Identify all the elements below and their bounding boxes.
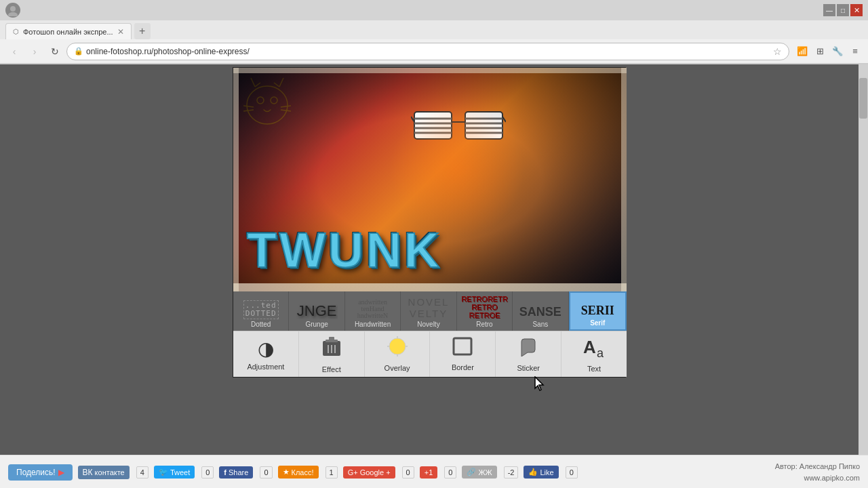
nav-bar: ‹ › ↻ 🔒 online-fotoshop.ru/photoshop-onl… <box>0 39 868 64</box>
dotted-label: Dotted <box>251 321 271 328</box>
adjustment-icon: ◑ <box>258 338 274 360</box>
lock-icon: 🔒 <box>74 47 83 56</box>
paper-border-bottom <box>233 283 627 291</box>
active-tab[interactable]: ⬡ Фотошоп онлайн экспре... ✕ <box>5 23 132 39</box>
right-panel <box>743 64 859 488</box>
google-button[interactable]: G+ Google + <box>343 466 395 479</box>
close-button[interactable]: ✕ <box>850 4 863 16</box>
tab-icon: ⬡ <box>13 28 19 35</box>
font-cat-sans[interactable]: SANSE Sans <box>513 291 568 331</box>
text-tool[interactable]: A a Text <box>561 331 627 377</box>
refresh-button[interactable]: ↻ <box>46 43 64 60</box>
svg-point-1 <box>8 12 18 16</box>
font-categories-bar: ...tedDOTTED Dotted JNGE Grunge andwritt… <box>233 291 627 331</box>
tab-bar: ⬡ Фотошоп онлайн экспре... ✕ + <box>0 20 868 39</box>
link-button[interactable]: 🔗 ЖЖ <box>462 466 496 479</box>
border-label: Border <box>452 363 474 371</box>
share-main-button[interactable]: Поделись! ▶ <box>8 464 73 481</box>
grunge-preview: JNGE <box>296 303 338 319</box>
overlay-label: Overlay <box>384 364 410 372</box>
facebook-count: 0 <box>260 466 272 479</box>
serif-preview: SERII <box>580 304 616 318</box>
paper-border-left <box>233 68 239 291</box>
ok-count: 1 <box>326 466 338 479</box>
gplus-button[interactable]: +1 <box>420 466 438 479</box>
like-label: Like <box>540 468 553 476</box>
address-bar[interactable]: 🔒 online-fotoshop.ru/photoshop-online-ex… <box>66 43 789 60</box>
tool-bar: ◑ Adjustment <box>233 331 627 377</box>
ok-button[interactable]: ★ Класс! <box>278 466 319 479</box>
minimize-button[interactable]: — <box>823 4 835 16</box>
gplus-label: +1 <box>425 468 433 476</box>
paper-border-top <box>233 68 627 73</box>
maximize-button[interactable]: □ <box>837 4 849 16</box>
sticker-label: Sticker <box>517 364 540 372</box>
adjustment-tool[interactable]: ◑ Adjustment <box>233 331 299 377</box>
title-bar: — □ ✕ <box>0 0 868 20</box>
font-cat-dotted[interactable]: ...tedDOTTED Dotted <box>233 291 289 331</box>
text-label: Text <box>587 365 601 373</box>
effect-tool[interactable]: Effect <box>299 331 365 377</box>
forward-button[interactable]: › <box>26 43 43 60</box>
twitter-label: Tweet <box>170 468 190 476</box>
svg-text:a: a <box>597 346 604 357</box>
menu-icon[interactable]: ≡ <box>848 44 863 59</box>
extension-icon[interactable]: 🔧 <box>830 44 845 59</box>
url-text: online-fotoshop.ru/photoshop-online-expr… <box>86 47 770 56</box>
overlay-tool[interactable]: Overlay <box>365 331 431 377</box>
text-icon: A a <box>582 336 606 362</box>
svg-point-0 <box>10 6 16 12</box>
svg-point-32 <box>389 338 406 354</box>
sticker-tool[interactable]: Sticker <box>496 331 561 377</box>
like-button[interactable]: 👍 Like <box>524 466 558 479</box>
font-cat-serif[interactable]: SERII Serif <box>569 291 627 331</box>
retro-preview: RETRORETRRETRORETROE <box>460 295 509 319</box>
font-cat-grunge[interactable]: JNGE Grunge <box>289 291 344 331</box>
vk-button[interactable]: ВК контакте <box>78 466 130 479</box>
google-count: 0 <box>402 466 414 479</box>
author-info: Автор: Александр Пипко www.apipko.com <box>775 461 860 483</box>
border-tool[interactable]: Border <box>430 331 496 377</box>
facebook-button[interactable]: f Share <box>219 466 253 479</box>
page-wrapper: TWUNK ...tedDOTTED Dotted JNGE Grun <box>0 64 868 488</box>
stats-icon: 📶 <box>795 44 810 59</box>
effect-label: Effect <box>322 365 341 373</box>
link-icon: 🔗 <box>467 468 476 476</box>
vk-count: 4 <box>136 466 149 479</box>
gplus-count: 0 <box>444 466 456 479</box>
facebook-label: Share <box>229 468 248 476</box>
sans-label: Sans <box>532 321 548 328</box>
serif-label: Serif <box>590 319 605 327</box>
handwritten-label: Handwritten <box>355 321 391 328</box>
font-cat-handwritten[interactable]: andwrittentenHandhndwritteN Handwritten <box>345 291 401 331</box>
new-tab-button[interactable]: + <box>134 23 151 39</box>
author-line2: www.apipko.com <box>775 472 860 484</box>
twitter-button[interactable]: 🐦 Tweet <box>154 466 195 479</box>
back-button[interactable]: ‹ <box>5 43 23 60</box>
back-icon: ‹ <box>13 46 16 57</box>
forward-icon: › <box>33 46 37 57</box>
content-area: TWUNK ...tedDOTTED Dotted JNGE Grun <box>0 64 868 488</box>
canvas-text-twunk: TWUNK <box>247 222 442 278</box>
tab-close-button[interactable]: ✕ <box>117 27 124 37</box>
scrollbar-thumb[interactable] <box>859 78 867 119</box>
browser-chrome: — □ ✕ ⬡ Фотошоп онлайн экспре... ✕ + ‹ ›… <box>0 0 868 64</box>
scrollbar-track[interactable] <box>859 64 868 488</box>
border-icon <box>452 337 473 361</box>
google-icon: G+ <box>348 468 358 476</box>
sticker-icon <box>518 336 538 361</box>
apps-icon[interactable]: ⊞ <box>812 44 827 59</box>
vk-icon: ВК <box>83 468 93 477</box>
font-cat-retro[interactable]: RETRORETRRETRORETROE Retro <box>457 291 513 331</box>
novelty-preview: NOVELVELTY <box>407 297 451 319</box>
link-label: ЖЖ <box>478 468 492 476</box>
canvas-container: TWUNK ...tedDOTTED Dotted JNGE Grun <box>233 67 626 378</box>
left-panel <box>0 64 115 488</box>
overlay-icon <box>387 336 408 361</box>
twitter-count: 0 <box>201 466 214 479</box>
font-cat-novelty[interactable]: NOVELVELTY Novelty <box>401 291 456 331</box>
twitter-icon: 🐦 <box>159 468 168 476</box>
link-count: -2 <box>504 466 519 479</box>
tab-title: Фотошоп онлайн экспре... <box>23 28 113 36</box>
like-count: 0 <box>566 466 578 479</box>
